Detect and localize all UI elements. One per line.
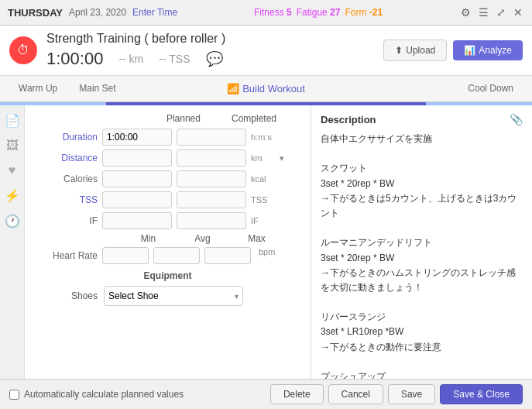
tss-planned-input[interactable] [102, 191, 172, 208]
save-close-button[interactable]: Save & Close [440, 384, 523, 404]
distance-label: Distance [36, 153, 98, 163]
workout-actions: ⬆ Upload 📊 Analyze [383, 40, 523, 61]
workout-type-icon: ⏱ [9, 36, 37, 64]
max-header: Max [234, 233, 280, 244]
heart-rate-max-input[interactable] [204, 247, 251, 264]
auto-calc-label: Automatically calculate planned values [24, 389, 184, 400]
workout-tss: -- TSS [159, 53, 190, 65]
distance-unit-wrapper: km ▾ [251, 153, 284, 163]
attachment-icon[interactable]: 📎 [510, 113, 523, 125]
tss-label: TSS [36, 194, 98, 205]
tss-completed-input[interactable] [177, 191, 246, 208]
chart-icon: 📊 [464, 45, 475, 56]
tabs-bar: Warm Up Main Set 📶 Build Workout Cool Do… [0, 76, 532, 102]
bottom-bar: Automatically calculate planned values D… [0, 379, 532, 409]
heart-icon[interactable]: ♥ [9, 163, 16, 177]
menu-icon[interactable]: ☰ [477, 5, 490, 20]
tab-main-set[interactable]: Main Set [68, 78, 126, 100]
chart-bars-icon: 📶 [227, 83, 239, 95]
auto-calc-checkbox[interactable] [9, 390, 19, 400]
expand-icon[interactable]: ⤢ [495, 5, 507, 20]
form-header: Planned Completed [36, 113, 300, 124]
duration-planned-input[interactable] [102, 129, 172, 146]
tab-cool-down[interactable]: Cool Down [457, 78, 524, 100]
header: THURSDAY April 23, 2020 Enter Time Fitne… [0, 0, 532, 26]
equipment-section: Equipment Shoes Select Shoe ▾ [36, 270, 300, 306]
workout-meta: 1:00:00 -- km -- TSS 💬 [46, 49, 225, 69]
delete-button[interactable]: Delete [270, 384, 324, 404]
tss-unit: TSS [251, 195, 278, 204]
header-left: THURSDAY April 23, 2020 Enter Time [8, 7, 177, 19]
heart-rate-header: Min Avg Max [36, 233, 300, 244]
duration-label: Duration [36, 132, 98, 143]
heart-rate-avg-input[interactable] [153, 247, 200, 264]
distance-completed-input[interactable] [177, 150, 246, 167]
if-unit: IF [251, 216, 278, 225]
equipment-title: Equipment [36, 270, 300, 281]
calories-row: Calories kcal [36, 170, 300, 187]
form-area: Planned Completed Duration h:m:s Distanc… [25, 105, 311, 409]
settings-icon[interactable]: ⚙ [459, 5, 472, 20]
enter-time-link[interactable]: Enter Time [132, 7, 177, 18]
fitness-stat: Fitness 5 [254, 7, 292, 18]
if-planned-input[interactable] [102, 212, 172, 229]
avg-header: Avg [180, 233, 226, 244]
tab-warm-up[interactable]: Warm Up [8, 78, 68, 100]
header-day: THURSDAY [8, 7, 63, 19]
workout-time: 1:00:00 [46, 49, 103, 69]
distance-unit: km [251, 153, 278, 163]
close-icon[interactable]: ✕ [512, 5, 524, 20]
heart-rate-inputs: bpm [102, 247, 275, 264]
description-header: Description 📎 [321, 113, 523, 125]
heart-rate-unit: bpm [259, 247, 275, 264]
completed-header: Completed [232, 113, 276, 124]
chat-icon[interactable]: 💬 [206, 50, 223, 67]
if-completed-input[interactable] [177, 212, 246, 229]
shoes-label: Shoes [36, 290, 98, 301]
clock-icon[interactable]: 🕐 [5, 214, 20, 229]
calories-completed-input[interactable] [177, 170, 246, 187]
duration-unit: h:m:s [251, 132, 278, 142]
heart-rate-min-input[interactable] [102, 247, 149, 264]
description-area: Description 📎 自体中エクササイズを実施 スクワット 3set * … [311, 105, 532, 409]
workout-card: ⏱ Strength Training ( before roller ) 1:… [0, 26, 532, 76]
lightning-icon[interactable]: ⚡ [5, 188, 20, 203]
duration-completed-input[interactable] [177, 129, 246, 146]
workout-km: -- km [118, 53, 143, 65]
image-icon[interactable]: 🖼 [6, 139, 19, 153]
distance-row: Distance km ▾ [36, 150, 300, 167]
upload-icon: ⬆ [395, 45, 403, 56]
workout-title: Strength Training ( before roller ) [46, 32, 225, 46]
calories-planned-input[interactable] [102, 170, 172, 187]
shoes-row: Shoes Select Shoe ▾ [36, 286, 300, 306]
header-stats: Fitness 5 Fatigue 27 Form -21 [254, 7, 383, 18]
min-header: Min [125, 233, 172, 244]
calories-unit: kcal [251, 174, 278, 184]
build-workout-button[interactable]: 📶 Build Workout [227, 83, 305, 95]
heart-rate-row: Heart Rate bpm [36, 247, 300, 264]
distance-planned-input[interactable] [102, 150, 172, 167]
tss-row: TSS TSS [36, 191, 300, 208]
left-sidebar: 📄 🖼 ♥ ⚡ 🕐 [0, 105, 25, 409]
cancel-button[interactable]: Cancel [328, 384, 383, 404]
heart-rate-label: Heart Rate [36, 250, 98, 261]
main-content: 📄 🖼 ♥ ⚡ 🕐 Planned Completed Duration h:m… [0, 105, 532, 409]
if-label: IF [36, 215, 98, 226]
fatigue-stat: Fatigue 27 [297, 7, 341, 18]
auto-calc-section: Automatically calculate planned values [9, 389, 184, 400]
file-icon[interactable]: 📄 [5, 113, 20, 128]
save-button[interactable]: Save [388, 384, 435, 404]
planned-header: Planned [166, 113, 201, 124]
description-title: Description [321, 114, 376, 125]
shoes-select[interactable]: Select Shoe [104, 286, 243, 306]
form-stat: Form -21 [345, 7, 383, 18]
calories-label: Calories [36, 174, 98, 184]
distance-unit-dropdown[interactable]: ▾ [280, 153, 284, 163]
analyze-button[interactable]: 📊 Analyze [453, 40, 523, 60]
bottom-buttons: Delete Cancel Save Save & Close [270, 384, 523, 404]
upload-button[interactable]: ⬆ Upload [383, 40, 447, 61]
description-text: 自体中エクササイズを実施 スクワット 3set * 20rep * BW →下が… [321, 132, 523, 409]
if-row: IF IF [36, 212, 300, 229]
header-date: April 23, 2020 [69, 7, 126, 18]
duration-row: Duration h:m:s [36, 129, 300, 146]
